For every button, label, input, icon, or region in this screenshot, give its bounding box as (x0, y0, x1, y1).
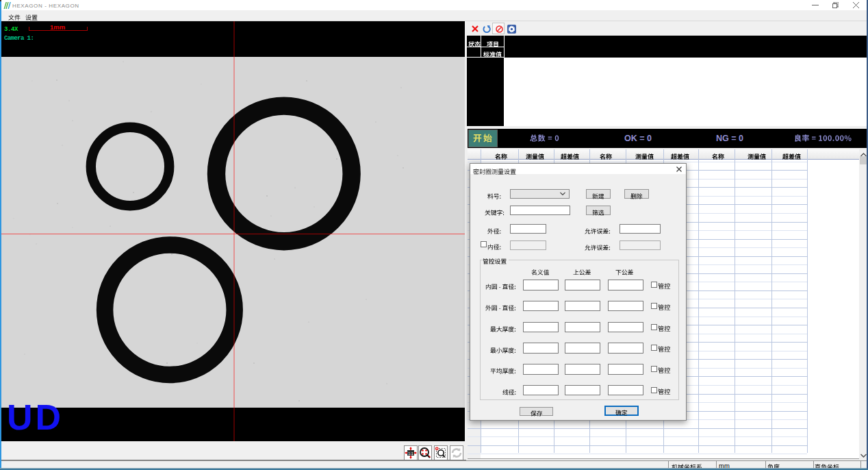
svg-text:1:1: 1:1 (408, 452, 413, 456)
